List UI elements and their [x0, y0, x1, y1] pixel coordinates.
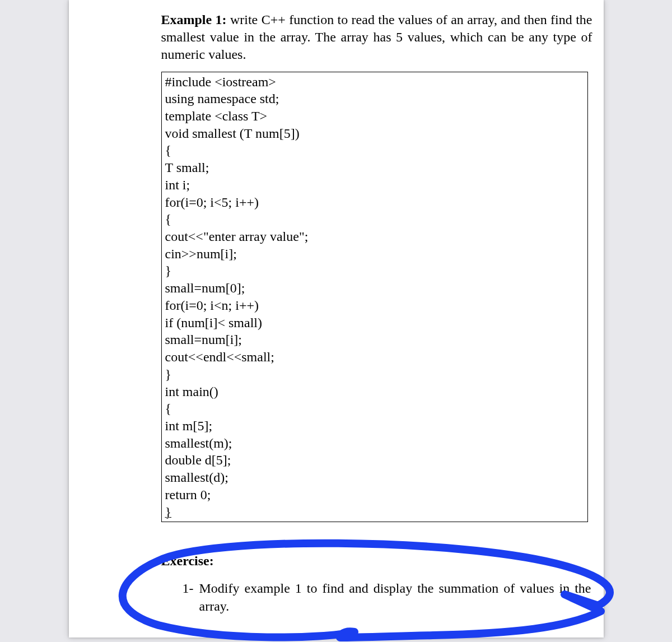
code-line: {	[165, 400, 584, 417]
code-line: double d[5];	[165, 452, 584, 469]
example-paragraph: Example 1: write C++ function to read th…	[161, 11, 592, 64]
code-box: #include <iostream>using namespace std;t…	[161, 72, 588, 523]
code-line: using namespace std;	[165, 90, 584, 108]
code-line: template <class T>	[165, 108, 584, 125]
code-line: small=num[0];	[165, 280, 584, 297]
viewport: Example 1: write C++ function to read th…	[0, 0, 672, 642]
code-line: for(i=0; i<5; i++)	[165, 194, 584, 211]
exercise-list: 1-Modify example 1 to find and display t…	[183, 580, 592, 615]
code-line: cin>>num[i];	[165, 245, 584, 263]
document-page: Example 1: write C++ function to read th…	[69, 0, 604, 638]
exercise-item-number: 1-	[183, 580, 199, 597]
example-label: Example 1:	[161, 12, 227, 27]
code-line: #include <iostream>	[165, 73, 584, 91]
code-line: int i;	[165, 176, 584, 194]
code-line: T small;	[165, 159, 584, 176]
code-line: small=num[i];	[165, 331, 584, 348]
code-line: return 0;	[165, 486, 584, 504]
code-line: cout<<"enter array value";	[165, 228, 584, 245]
exercise-heading: Exercise:	[161, 552, 592, 570]
code-line: cout<<endl<<small;	[165, 348, 584, 366]
code-line: {	[165, 211, 584, 228]
code-line: void smallest (T num[5])	[165, 125, 584, 142]
code-line: smallest(d);	[165, 469, 584, 486]
code-line: for(i=0; i<n; i++)	[165, 297, 584, 314]
page-content: Example 1: write C++ function to read th…	[161, 11, 592, 615]
code-line: }	[165, 504, 584, 521]
code-line: int main()	[165, 383, 584, 401]
exercise-item: 1-Modify example 1 to find and display t…	[183, 580, 592, 615]
code-line: if (num[i]< small)	[165, 314, 584, 332]
code-line: }	[165, 262, 584, 280]
exercise-item-text: Modify example 1 to find and display the…	[199, 580, 591, 615]
code-line: int m[5];	[165, 417, 584, 435]
code-line: smallest(m);	[165, 435, 584, 452]
exercise-section: Exercise: 1-Modify example 1 to find and…	[161, 552, 592, 615]
code-line: {	[165, 142, 584, 159]
code-line: }	[165, 366, 584, 383]
